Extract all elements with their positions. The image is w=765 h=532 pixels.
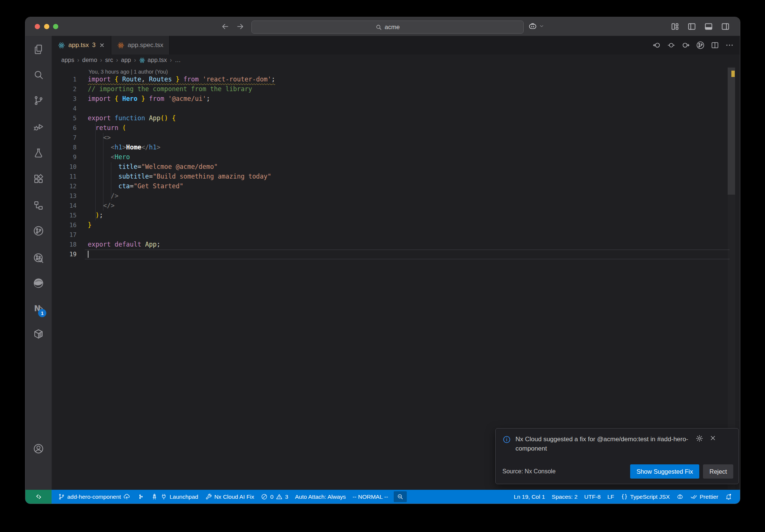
line-content (85, 104, 730, 114)
activity-containers-icon[interactable] (33, 328, 44, 340)
editor-scrollbar[interactable] (728, 67, 735, 489)
breadcrumb-item-…[interactable]: … (175, 57, 181, 64)
code-editor[interactable]: 1import { Route, Routes } from 'react-ro… (52, 75, 740, 259)
search-icon (375, 24, 382, 31)
nav-dot-icon[interactable] (667, 41, 676, 50)
status-formatter[interactable]: Prettier (687, 490, 722, 504)
nav-forward-icon[interactable] (681, 41, 690, 50)
screenshot-stage: acme N1 app.tsx3app.spec.tsx apps› (0, 0, 765, 532)
toggle-secondary-sidebar-button[interactable] (721, 22, 730, 31)
status-bar-right: Ln 19, Col 1Spaces: 2UTF-8LFTypeScript J… (511, 490, 740, 504)
line-content: /> (85, 191, 730, 201)
activity-explorer-icon[interactable] (33, 44, 44, 55)
status-problems[interactable]: 03 (257, 490, 291, 504)
status-commit-graph[interactable] (134, 490, 148, 504)
nav-back-icon[interactable] (652, 41, 661, 50)
status-nx-cloud-ai-fix[interactable]: Nx Cloud AI Fix (202, 490, 258, 504)
history-back-button[interactable] (221, 22, 230, 31)
code-line-4: 4 (52, 104, 740, 114)
breadcrumb-item-app[interactable]: app (121, 57, 131, 64)
zoom-window-button[interactable] (53, 24, 58, 29)
activity-gitlens-icon[interactable] (33, 253, 44, 264)
cloud-upload-icon (123, 493, 130, 500)
line-content: import { Hero } from '@acme/ui'; (85, 94, 730, 104)
status-language-mode[interactable]: TypeScript JSX (617, 490, 673, 504)
search-value: acme (385, 24, 400, 31)
activity-source-control-icon[interactable] (33, 95, 44, 106)
line-content: export function App() { (85, 114, 730, 123)
status-notifications-bell[interactable] (722, 490, 735, 504)
reject-button[interactable]: Reject (703, 464, 733, 479)
tab-app.tsx[interactable]: app.tsx3 (52, 36, 111, 55)
line-number: 11 (52, 172, 77, 182)
code-line-11: 11 subtitle="Build something amazing tod… (52, 172, 740, 182)
customize-layout-button[interactable] (670, 22, 680, 31)
copilot-menu-button[interactable] (528, 21, 544, 31)
toggle-panel-button[interactable] (704, 22, 713, 31)
status-label: TypeScript JSX (630, 494, 670, 500)
scrollbar-thumb[interactable] (728, 68, 735, 195)
show-suggested-fix-button[interactable]: Show Suggested Fix (630, 464, 699, 479)
breadcrumb-item-apps[interactable]: apps (61, 57, 74, 64)
minimize-window-button[interactable] (44, 24, 49, 29)
status-auto-attach[interactable]: Auto Attach: Always (292, 490, 349, 504)
git-graph-icon[interactable] (696, 41, 705, 50)
line-number: 14 (52, 201, 77, 211)
activity-edge-browser-icon[interactable] (33, 278, 44, 289)
notification-settings-gear-icon[interactable] (696, 434, 703, 442)
tab-close-icon[interactable] (99, 42, 105, 48)
command-center-search[interactable]: acme (251, 21, 524, 34)
close-window-button[interactable] (35, 24, 40, 29)
status-encoding[interactable]: UTF-8 (581, 490, 604, 504)
notification-message: Nx Cloud suggested a fix for @acme/demo:… (515, 434, 691, 453)
activity-extensions-icon[interactable] (33, 173, 44, 185)
tab-label: app.spec.tsx (128, 41, 163, 49)
line-content: </> (85, 201, 730, 211)
line-number: 10 (52, 162, 77, 172)
status-copilot-status[interactable] (673, 490, 687, 504)
status-eol[interactable]: LF (604, 490, 617, 504)
activity-type-hierarchy-icon[interactable] (33, 200, 44, 211)
status-git-branch[interactable]: add-hero-component (55, 490, 134, 504)
toggle-primary-sidebar-button[interactable] (687, 22, 697, 31)
activity-account-icon[interactable] (33, 443, 44, 454)
history-forward-button[interactable] (236, 22, 245, 31)
status-launchpad[interactable]: Launchpad (148, 490, 202, 504)
line-number: 13 (52, 191, 77, 201)
breadcrumb-item-demo[interactable]: demo (82, 57, 97, 64)
status-vim-mode[interactable]: -- NORMAL -- (349, 490, 391, 504)
code-line-5: 5export function App() { (52, 114, 740, 123)
tab-app.spec.tsx[interactable]: app.spec.tsx (111, 36, 170, 55)
zoom-out-icon (397, 493, 404, 500)
split-editor-icon[interactable] (710, 41, 719, 50)
code-line-17: 17 (52, 230, 740, 240)
bell-dot-icon (725, 493, 732, 500)
editor-actions (652, 41, 734, 50)
status-bar-left: add-hero-componentLaunchpadNx Cloud AI F… (25, 490, 511, 504)
line-content: subtitle="Build something amazing today" (85, 172, 730, 182)
activity-testing-icon[interactable] (33, 148, 44, 159)
status-label: LF (607, 494, 614, 500)
activity-run-and-debug-icon[interactable] (33, 121, 44, 132)
tab-dirty-count: 3 (92, 42, 96, 49)
chevron-down-icon (539, 24, 544, 29)
activity-settings-icon[interactable] (33, 468, 44, 479)
more-actions-icon[interactable] (725, 41, 734, 50)
activity-git-graph-icon[interactable] (33, 225, 44, 236)
line-number: 6 (52, 123, 77, 133)
status-zoom[interactable] (394, 491, 407, 502)
breadcrumb-separator: › (77, 57, 79, 64)
remote-icon (35, 493, 42, 500)
notification-close-icon[interactable] (709, 434, 716, 442)
status-indentation[interactable]: Spaces: 2 (548, 490, 581, 504)
line-number: 18 (52, 240, 77, 250)
line-content: <h1>Home</h1> (85, 143, 730, 152)
breadcrumb-item-src[interactable]: src (105, 57, 113, 64)
breadcrumb-item-app.tsx[interactable]: app.tsx (139, 57, 167, 64)
breadcrumb-separator: › (116, 57, 118, 64)
git-blame-codelens[interactable]: You, 3 hours ago | 1 author (You) (52, 66, 740, 75)
activity-search-icon[interactable] (33, 69, 44, 80)
status-remote-indicator[interactable] (25, 490, 52, 504)
status-cursor-position[interactable]: Ln 19, Col 1 (511, 490, 549, 504)
code-line-19: 19 (52, 250, 740, 259)
